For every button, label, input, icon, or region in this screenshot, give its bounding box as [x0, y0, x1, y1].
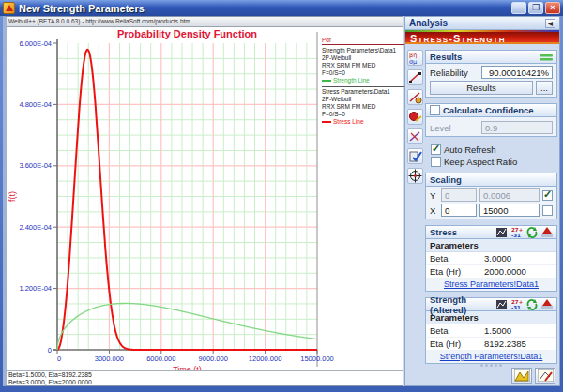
table-row: Eta (Hr)8192.2385: [426, 338, 556, 351]
plot-edit-icon: [538, 369, 554, 382]
stress-parameters-label: Parameters: [426, 239, 556, 252]
legend-entry-stress: Stress Parameters\Data1 2P-Weibull RRX S…: [322, 87, 404, 128]
results-group: Results Reliability 90.00010421% Results…: [425, 50, 557, 98]
stress-header: Stress: [430, 227, 457, 237]
svg-text:0: 0: [57, 354, 61, 363]
confidence-header: Calculate Confidence: [443, 105, 534, 115]
reliability-label: Reliability: [430, 68, 479, 78]
y-axis-label: Y: [430, 190, 438, 201]
confidence-group: Calculate Confidence Level 0.9: [425, 103, 557, 137]
window-title: New Strength Parameters: [19, 3, 510, 14]
legend-header: Pdf: [322, 37, 404, 45]
maximize-button[interactable]: ❒: [528, 2, 543, 14]
analysis-content: Results Reliability 90.00010421% Results…: [425, 46, 557, 385]
close-button[interactable]: ×: [545, 2, 560, 14]
x-min-field[interactable]: 0: [441, 204, 477, 217]
results-button[interactable]: Results: [430, 81, 533, 95]
refresh-icon[interactable]: [525, 299, 538, 310]
more-options-button[interactable]: ...: [536, 81, 553, 95]
plot-line-icon[interactable]: [407, 69, 423, 85]
strength-line-sample: [322, 80, 331, 82]
client-area: Weibull++ (BETA 8.0.0.63) - http://www.R…: [3, 16, 560, 386]
svg-text:15000.000: 15000.000: [300, 354, 333, 363]
analysis-toolbar: βησμ: [405, 46, 424, 385]
table-row: Beta3.0000: [426, 252, 556, 265]
confidence-seal-icon[interactable]: [407, 109, 423, 125]
svg-text:6000.000: 6000.000: [146, 354, 175, 363]
svg-text:Probability Density Function: Probability Density Function: [117, 28, 257, 39]
svg-text:4.800E-04: 4.800E-04: [19, 100, 52, 109]
chart-window: Weibull++ (BETA 8.0.0.63) - http://www.R…: [3, 16, 403, 386]
scaling-group: Scaling Y 0 0.0006 X 0 15000: [425, 173, 557, 219]
table-row: Beta1.5000: [426, 324, 556, 338]
svg-text:3000.000: 3000.000: [95, 354, 124, 363]
app-icon: [3, 2, 15, 14]
plot-chart-button[interactable]: [511, 368, 532, 384]
analysis-panel: Analysis ◀ Stress-Strength βησμ: [404, 16, 560, 386]
chart-window-titlebar[interactable]: Weibull++ (BETA 8.0.0.63) - http://www.R…: [7, 17, 403, 27]
svg-text:-31: -31: [511, 305, 521, 309]
results-grip-icon: [540, 53, 553, 61]
footer-line-2: Beta=3.0000, Eta=2000.0000: [8, 379, 401, 386]
strength-parameters-label: Parameters: [426, 311, 556, 324]
window-titlebar: New Strength Parameters – ❒ ×: [0, 0, 563, 16]
legend-entry-strength: Strength Parameters\Data1 2P-Weibull RRX…: [322, 46, 404, 87]
auto-refresh-label: Auto Refresh: [444, 144, 495, 155]
svg-text:9000.000: 9000.000: [199, 354, 228, 363]
results-header: Results: [430, 52, 462, 62]
chart-area: 6.000E-044.800E-043.600E-042.400E-041.20…: [7, 27, 403, 385]
target-icon[interactable]: [407, 168, 423, 184]
plot-chart-icon: [514, 369, 530, 382]
minimize-button[interactable]: –: [511, 2, 526, 14]
keep-aspect-ratio-label: Keep Aspect Ratio: [444, 157, 517, 167]
stress-line-sample: [322, 121, 331, 123]
svg-text:1.200E-04: 1.200E-04: [19, 284, 52, 293]
stress-group: Stress 27+-31 Parameters Beta3.0000 Eta …: [425, 225, 557, 292]
y-max-field[interactable]: 0.0006: [479, 188, 540, 202]
digits-icon[interactable]: 27+-31: [510, 227, 523, 238]
analysis-panel-header: Analysis ◀: [405, 17, 559, 30]
scaling-header: Scaling: [430, 174, 462, 185]
main-window: New Strength Parameters – ❒ × Weibull++ …: [0, 0, 563, 392]
collapse-panel-button[interactable]: ◀: [545, 19, 555, 28]
plot-wizard-icon[interactable]: [407, 148, 423, 164]
svg-text:2.400E-04: 2.400E-04: [19, 223, 52, 232]
x-max-field[interactable]: 15000: [479, 204, 540, 217]
y-lock-checkbox[interactable]: [542, 190, 553, 201]
plot-icon[interactable]: [495, 299, 508, 310]
plot-icon[interactable]: [495, 227, 508, 238]
svg-text:f(t): f(t): [8, 191, 17, 202]
stress-strength-banner: Stress-Strength: [405, 30, 559, 44]
alter-icon[interactable]: [540, 299, 553, 310]
svg-text:σμ: σμ: [409, 58, 417, 65]
level-field[interactable]: 0.9: [481, 121, 553, 134]
altered-line-icon[interactable]: [407, 128, 423, 144]
level-label: Level: [430, 123, 479, 133]
calculate-confidence-checkbox[interactable]: [430, 105, 440, 115]
x-axis-label: X: [430, 205, 438, 216]
svg-text:0: 0: [48, 346, 52, 354]
svg-text:3.600E-04: 3.600E-04: [19, 161, 52, 170]
chart-footer: Beta=1.5000, Eta=8192.2385 Beta=3.0000, …: [7, 370, 403, 385]
strength-params-link[interactable]: Strength Parameters!Data1: [426, 351, 556, 363]
strength-group: Strength (Altered) 27+-31 Parameters Bet…: [425, 297, 557, 364]
auto-refresh-checkbox[interactable]: [431, 144, 441, 155]
digits-icon[interactable]: 27+-31: [510, 299, 523, 310]
plot-line-edit-icon[interactable]: [407, 89, 423, 105]
refresh-icon[interactable]: [525, 227, 538, 238]
reliability-field[interactable]: 90.00010421%: [481, 66, 553, 79]
svg-text:12000.000: 12000.000: [249, 354, 282, 363]
distribution-parameters-icon[interactable]: βησμ: [407, 50, 423, 66]
svg-text:6.000E-04: 6.000E-04: [19, 39, 52, 48]
stress-params-link[interactable]: Stress Parameters!Data1: [426, 279, 556, 291]
keep-aspect-ratio-checkbox[interactable]: [431, 157, 441, 167]
y-min-field[interactable]: 0: [441, 188, 477, 202]
footer-line-1: Beta=1.5000, Eta=8192.2385: [8, 371, 401, 379]
alter-icon[interactable]: [540, 227, 553, 238]
svg-text:-31: -31: [511, 233, 521, 237]
x-lock-checkbox[interactable]: [542, 205, 553, 216]
edit-plot-button[interactable]: [535, 368, 555, 384]
plot-legend[interactable]: Pdf Strength Parameters\Data1 2P-Weibull…: [319, 37, 405, 128]
table-row: Eta (Hr)2000.0000: [426, 265, 556, 279]
